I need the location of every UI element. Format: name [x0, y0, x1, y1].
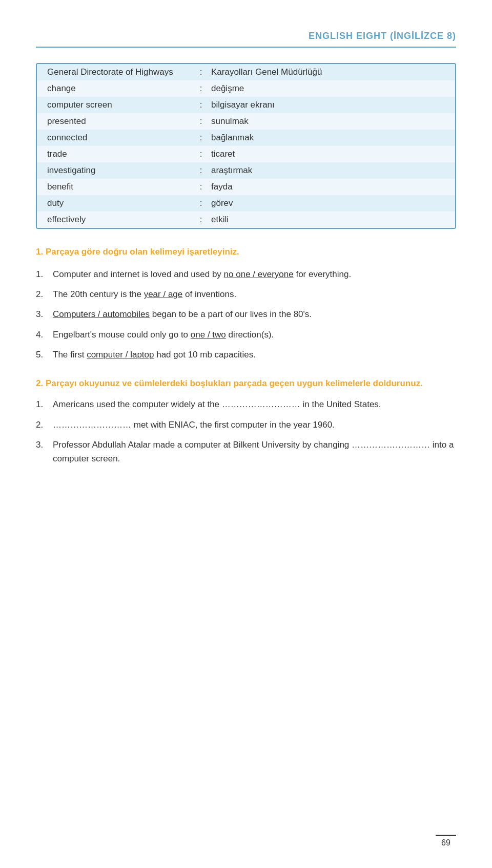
vocab-turkish: Karayolları Genel Müdürlüğü: [211, 67, 445, 77]
underlined-option: one / two: [191, 330, 226, 340]
item-number: 1.: [36, 397, 49, 411]
vocab-colon: :: [191, 149, 211, 159]
item-text: The first computer / laptop had got 10 m…: [53, 348, 456, 362]
section1-title: 1. Parçaya göre doğru olan kelimeyi işar…: [36, 247, 456, 257]
vocab-row: General Directorate of Highways:Karayoll…: [37, 64, 455, 80]
item-number: 3.: [36, 307, 49, 321]
vocab-turkish: araştırmak: [211, 165, 445, 176]
vocab-row: duty:görev: [37, 195, 455, 211]
item-number: 4.: [36, 328, 49, 342]
vocab-english: benefit: [47, 182, 191, 192]
vocab-turkish: sunulmak: [211, 116, 445, 126]
vocab-turkish: bilgisayar ekranı: [211, 100, 445, 110]
underlined-option: computer / laptop: [87, 350, 154, 359]
vocab-turkish: bağlanmak: [211, 133, 445, 143]
vocab-english: presented: [47, 116, 191, 126]
item-number: 2.: [36, 287, 49, 301]
section2-title: 2. Parçayı okuyunuz ve cümlelerdeki boşl…: [36, 377, 456, 390]
vocabulary-table: General Directorate of Highways:Karayoll…: [36, 63, 456, 229]
page-title: ENGLISH EIGHT (İNGİLİZCE 8): [309, 31, 456, 41]
exercise-item-s2-2: 2. ……………………… met with ENIAC, the first c…: [36, 418, 456, 432]
vocab-english: investigating: [47, 165, 191, 176]
vocab-english: connected: [47, 133, 191, 143]
vocab-colon: :: [191, 215, 211, 225]
vocab-colon: :: [191, 83, 211, 94]
vocab-row: effectively:etkili: [37, 211, 455, 228]
vocab-turkish: değişme: [211, 83, 445, 94]
page-container: ENGLISH EIGHT (İNGİLİZCE 8) General Dire…: [0, 0, 492, 868]
vocab-row: benefit:fayda: [37, 179, 455, 195]
item-text: Computer and internet is loved and used …: [53, 267, 456, 281]
vocab-colon: :: [191, 116, 211, 126]
item-text: The 20th century is the year / age of in…: [53, 287, 456, 301]
vocab-english: duty: [47, 198, 191, 208]
vocab-row: computer screen:bilgisayar ekranı: [37, 97, 455, 113]
exercise-item-1: 1. Computer and internet is loved and us…: [36, 267, 456, 281]
exercise-item-5: 5. The first computer / laptop had got 1…: [36, 348, 456, 362]
page-header: ENGLISH EIGHT (İNGİLİZCE 8): [36, 31, 456, 48]
item-number: 2.: [36, 418, 49, 432]
vocab-colon: :: [191, 165, 211, 176]
vocab-colon: :: [191, 100, 211, 110]
item-number: 5.: [36, 348, 49, 362]
item-text: Engelbart's mouse could only go to one /…: [53, 328, 456, 342]
vocab-colon: :: [191, 182, 211, 192]
underlined-option: Computers / automobiles: [53, 309, 150, 319]
vocab-row: presented:sunulmak: [37, 113, 455, 130]
vocab-english: computer screen: [47, 100, 191, 110]
vocab-row: change:değişme: [37, 80, 455, 97]
vocab-english: General Directorate of Highways: [47, 67, 191, 77]
exercise-item-s2-1: 1. Americans used the computer widely at…: [36, 397, 456, 411]
page-number: 69: [436, 835, 456, 848]
exercise-item-2: 2. The 20th century is the year / age of…: [36, 287, 456, 301]
item-number: 1.: [36, 267, 49, 281]
vocab-english: effectively: [47, 215, 191, 225]
vocab-turkish: görev: [211, 198, 445, 208]
vocab-english: trade: [47, 149, 191, 159]
section1-instructions: 1. Parçaya göre doğru olan kelimeyi işar…: [36, 247, 456, 257]
vocab-turkish: etkili: [211, 215, 445, 225]
vocab-colon: :: [191, 67, 211, 77]
vocab-row: investigating:araştırmak: [37, 162, 455, 179]
underlined-option: no one / everyone: [224, 269, 294, 279]
vocab-colon: :: [191, 198, 211, 208]
vocab-turkish: ticaret: [211, 149, 445, 159]
item-text: Professor Abdullah Atalar made a compute…: [53, 438, 456, 465]
section2-items: 1. Americans used the computer widely at…: [36, 397, 456, 465]
item-text: ……………………… met with ENIAC, the first comp…: [53, 418, 456, 432]
underlined-option: year / age: [144, 289, 183, 299]
exercise-item-4: 4. Engelbart's mouse could only go to on…: [36, 328, 456, 342]
item-text: Computers / automobiles began to be a pa…: [53, 307, 456, 321]
section2-title-text: 2. Parçayı okuyunuz ve cümlelerdeki boşl…: [36, 378, 423, 388]
section1-items: 1. Computer and internet is loved and us…: [36, 267, 456, 362]
exercise-item-3: 3. Computers / automobiles began to be a…: [36, 307, 456, 321]
vocab-english: change: [47, 83, 191, 94]
vocab-colon: :: [191, 133, 211, 143]
vocab-row: trade:ticaret: [37, 146, 455, 162]
vocab-turkish: fayda: [211, 182, 445, 192]
exercise-item-s2-3: 3. Professor Abdullah Atalar made a comp…: [36, 438, 456, 465]
item-number: 3.: [36, 438, 49, 465]
vocab-row: connected:bağlanmak: [37, 130, 455, 146]
item-text: Americans used the computer widely at th…: [53, 397, 456, 411]
